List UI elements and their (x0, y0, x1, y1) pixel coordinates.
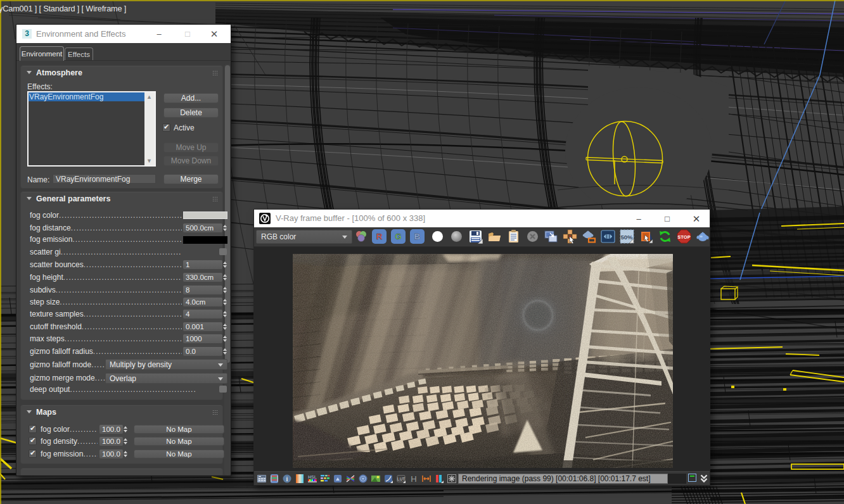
svg-text:LUT: LUT (397, 477, 406, 481)
svg-text:HSL: HSL (308, 475, 317, 479)
svg-text:B: B (414, 232, 420, 241)
svg-text:H: H (411, 474, 416, 483)
svg-text:STOP: STOP (677, 234, 690, 240)
svg-text:G: G (395, 232, 401, 241)
svg-text:50%: 50% (620, 234, 633, 241)
svg-text:i: i (286, 476, 288, 482)
svg-text:yCam001 ] [ Standard ] [ Wiref: yCam001 ] [ Standard ] [ Wireframe ] (0, 4, 126, 13)
svg-text:R: R (376, 232, 383, 241)
